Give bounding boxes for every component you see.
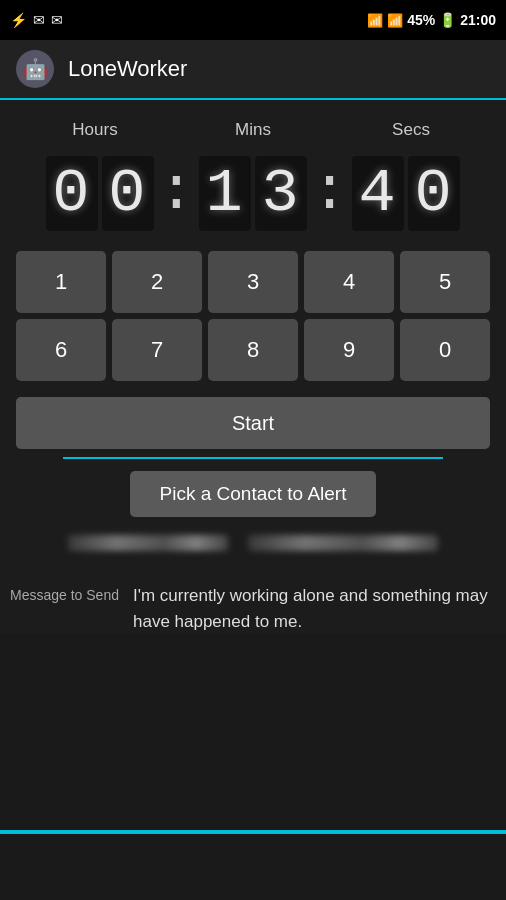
- digit-5: 4: [352, 156, 404, 231]
- signal-icon: 📶: [387, 13, 403, 28]
- key-4[interactable]: 4: [304, 251, 394, 313]
- status-left-icons: ⚡ ✉ ✉: [10, 12, 63, 28]
- contact-line-area: [16, 523, 490, 563]
- key-7[interactable]: 7: [112, 319, 202, 381]
- digit-3: 1: [199, 156, 251, 231]
- contact-blur-right: [248, 535, 438, 551]
- status-right-icons: 📶 📶 45% 🔋 21:00: [367, 12, 496, 28]
- message-text: I'm currently working alone and somethin…: [133, 583, 496, 634]
- app-icon: 🤖: [16, 50, 54, 88]
- digit-6: 0: [408, 156, 460, 231]
- app-bar: 🤖 LoneWorker: [0, 40, 506, 100]
- secs-label: Secs: [332, 120, 490, 140]
- colon-1: :: [156, 156, 197, 227]
- sms-icon: ✉: [51, 12, 63, 28]
- bottom-accent-line: [0, 830, 506, 834]
- colon-2: :: [309, 156, 350, 227]
- timer-labels: Hours Mins Secs: [16, 110, 490, 146]
- pick-contact-wrap: Pick a Contact to Alert: [16, 463, 490, 523]
- hours-label: Hours: [16, 120, 174, 140]
- usb-icon: ⚡: [10, 12, 27, 28]
- start-button[interactable]: Start: [16, 397, 490, 449]
- message-section: Message to Send I'm currently working al…: [0, 573, 506, 634]
- message-label: Message to Send: [10, 583, 119, 603]
- key-2[interactable]: 2: [112, 251, 202, 313]
- digit-2: 0: [102, 156, 154, 231]
- battery-icon: 🔋: [439, 12, 456, 28]
- digit-4: 3: [255, 156, 307, 231]
- clock: 21:00: [460, 12, 496, 28]
- key-6[interactable]: 6: [16, 319, 106, 381]
- key-0[interactable]: 0: [400, 319, 490, 381]
- battery-percent: 45%: [407, 12, 435, 28]
- key-8[interactable]: 8: [208, 319, 298, 381]
- divider: [63, 457, 442, 459]
- mins-label: Mins: [174, 120, 332, 140]
- key-9[interactable]: 9: [304, 319, 394, 381]
- timer-display: 0 0 : 1 3 : 4 0: [16, 146, 490, 245]
- keypad: 1 2 3 4 5 6 7 8 9 0: [16, 245, 490, 391]
- wifi-icon: 📶: [367, 13, 383, 28]
- digit-1: 0: [46, 156, 98, 231]
- pick-contact-button[interactable]: Pick a Contact to Alert: [130, 471, 377, 517]
- status-bar: ⚡ ✉ ✉ 📶 📶 45% 🔋 21:00: [0, 0, 506, 40]
- start-button-wrap: Start: [16, 391, 490, 457]
- key-5[interactable]: 5: [400, 251, 490, 313]
- email-icon: ✉: [33, 12, 45, 28]
- app-title: LoneWorker: [68, 56, 187, 82]
- main-content: Hours Mins Secs 0 0 : 1 3 : 4 0 1 2 3 4 …: [0, 100, 506, 573]
- key-3[interactable]: 3: [208, 251, 298, 313]
- key-1[interactable]: 1: [16, 251, 106, 313]
- contact-blur-left: [68, 535, 228, 551]
